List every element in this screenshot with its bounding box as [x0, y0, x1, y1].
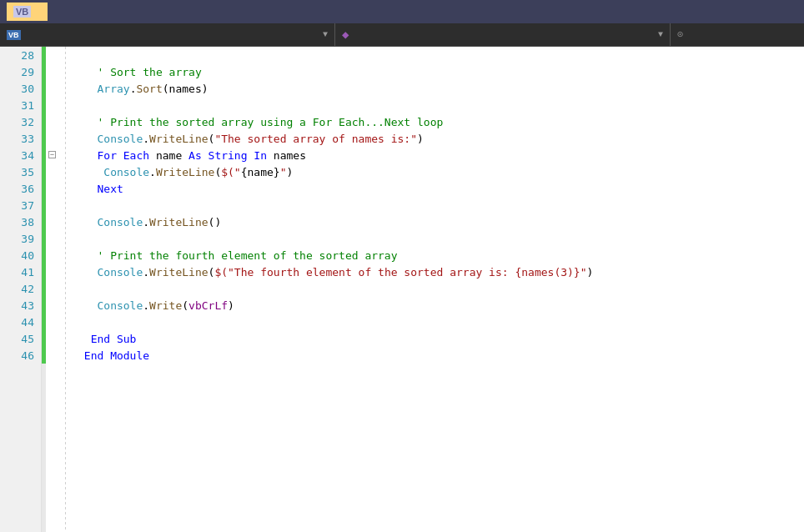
line-number: 44: [0, 314, 41, 330]
code-keyword: Next: [97, 183, 123, 195]
code-line: [78, 97, 804, 113]
breadcrumb-middle-dropdown[interactable]: ▼: [658, 30, 663, 39]
code-indent: [78, 333, 91, 345]
breadcrumb-middle[interactable]: ◆ ▼: [335, 23, 671, 46]
code-string: ": [280, 166, 287, 178]
fold-row: [46, 347, 59, 364]
fold-row: [46, 113, 59, 130]
code-comment: ' Print the fourth element of the sorted…: [97, 249, 397, 262]
code-comment: ' Sort the array: [97, 66, 201, 78]
code-line: Next: [78, 180, 804, 197]
code-method: WriteLine: [149, 266, 208, 279]
line-number: 30: [0, 80, 41, 97]
code-indent: [78, 116, 97, 128]
line-number: 39: [0, 230, 41, 247]
code-dot: .: [149, 166, 156, 178]
fold-row: [46, 97, 59, 113]
code-paren: ): [228, 299, 234, 312]
fold-indicator[interactable]: −: [48, 151, 56, 158]
code-line: [78, 47, 804, 63]
code-class: Console: [97, 266, 143, 279]
code-indent: [78, 133, 97, 145]
line-number: 46: [0, 347, 41, 364]
line-number: 34: [0, 147, 41, 163]
code-paren: ): [587, 266, 594, 279]
code-paren: (): [209, 216, 222, 228]
program-icon: ◆: [342, 28, 349, 42]
code-normal: [182, 149, 188, 162]
line-number: 36: [0, 180, 41, 197]
code-line: End Module: [78, 347, 804, 364]
fold-row: [46, 247, 59, 263]
code-indent: [78, 166, 103, 178]
indent-guide-line-1: [65, 47, 66, 532]
code-class: Array: [97, 83, 129, 95]
code-line: Console.WriteLine("The sorted array of n…: [78, 130, 804, 147]
code-line: [78, 230, 804, 247]
code-content[interactable]: ' Sort the array Array.Sort(names) ' Pri…: [71, 47, 804, 532]
code-line: Console.WriteLine($("{name}"): [78, 163, 804, 180]
fold-row: [46, 330, 59, 347]
code-string: $("The fourth element of the sorted arra…: [214, 266, 586, 279]
code-paren: ): [202, 83, 209, 95]
vb-icon: VB: [7, 30, 21, 40]
code-line: ' Sort the array: [78, 63, 804, 80]
code-method: Sort: [136, 83, 162, 95]
code-keyword: For Each: [97, 149, 149, 162]
breadcrumb-left-dropdown[interactable]: ▼: [323, 30, 328, 39]
code-indent: [78, 183, 97, 195]
code-paren: (: [163, 83, 169, 95]
fold-row: [46, 63, 59, 80]
breadcrumb-right[interactable]: ⊙: [671, 23, 804, 46]
main-icon: ⊙: [677, 28, 683, 41]
file-tab[interactable]: VB: [7, 3, 48, 21]
code-line: End Sub: [78, 330, 804, 347]
code-dot: .: [143, 266, 149, 279]
code-string: $(": [221, 166, 240, 178]
fold-row: [46, 213, 59, 230]
code-keyword: End Sub: [91, 333, 137, 345]
code-paren: (: [209, 266, 215, 279]
line-number: 40: [0, 247, 41, 263]
code-var: names: [169, 83, 202, 95]
breadcrumb-bar: VB ▼ ◆ ▼ ⊙: [0, 23, 804, 47]
indent-guides: [59, 47, 71, 532]
fold-row: [46, 163, 59, 180]
code-line: Console.Write(vbCrLf): [78, 297, 804, 314]
code-line: [78, 197, 804, 213]
code-class: Console: [103, 166, 149, 178]
code-line: [78, 280, 804, 297]
code-normal: [202, 149, 209, 162]
fold-bar: −: [46, 47, 59, 532]
code-indent: [78, 249, 97, 262]
line-number: 33: [0, 130, 41, 147]
fold-row: [46, 180, 59, 197]
code-line: [78, 314, 804, 330]
code-normal: [248, 149, 254, 162]
code-paren: (: [214, 166, 221, 178]
vb-file-icon: VB: [13, 6, 31, 18]
fold-row: [46, 47, 59, 63]
code-keyword: End Module: [84, 349, 149, 362]
fold-row: [46, 130, 59, 147]
code-var: name: [156, 149, 182, 162]
fold-row: [46, 314, 59, 330]
code-indent: [78, 149, 97, 162]
line-number: 32: [0, 113, 41, 130]
code-string: "The sorted array of names is:": [214, 133, 417, 145]
code-keyword: In: [254, 149, 267, 162]
line-number: 28: [0, 47, 41, 63]
code-method: WriteLine: [149, 133, 208, 145]
line-number: 42: [0, 280, 41, 297]
code-var: names: [274, 149, 306, 162]
code-paren: (: [209, 133, 215, 145]
code-keyword: As: [188, 149, 202, 162]
code-dot: .: [143, 216, 149, 228]
breadcrumb-left[interactable]: VB ▼: [0, 23, 335, 46]
fold-row: [46, 230, 59, 247]
line-number: 37: [0, 197, 41, 213]
line-number: 38: [0, 213, 41, 230]
editor: 28293031323334353637383940414243444546 −…: [0, 47, 804, 532]
fold-row: [46, 197, 59, 213]
code-indent: [78, 83, 97, 95]
